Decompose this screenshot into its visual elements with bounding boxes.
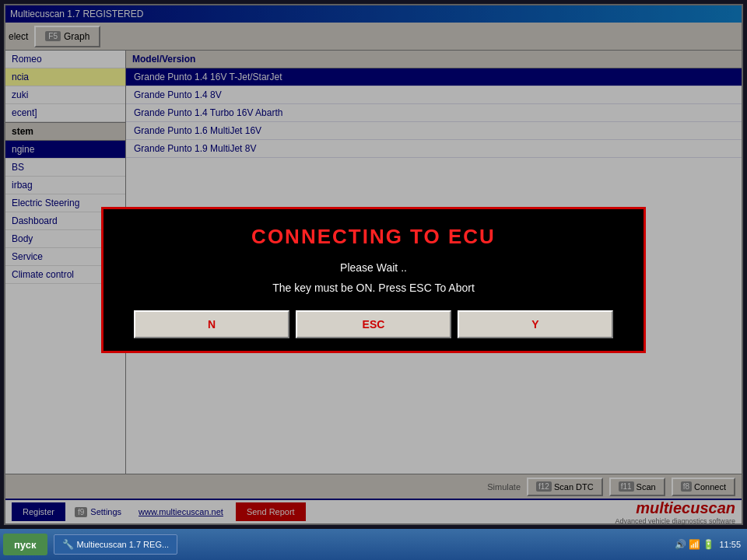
modal-title: CONNECTING TO ECU bbox=[127, 225, 620, 249]
modal-buttons: N ESC Y bbox=[127, 310, 620, 338]
modal-text: Please Wait .. The key must be ON. Press… bbox=[127, 258, 620, 297]
taskbar-item-icon: 🔧 bbox=[62, 539, 74, 550]
taskbar-items: 🔧 Multiecuscan 1.7 REG... bbox=[54, 534, 178, 555]
modal-overlay: CONNECTING TO ECU Please Wait .. The key… bbox=[0, 0, 747, 560]
start-button[interactable]: пуск bbox=[3, 534, 47, 555]
modal-btn-y[interactable]: Y bbox=[458, 310, 613, 338]
taskbar-item-app[interactable]: 🔧 Multiecuscan 1.7 REG... bbox=[54, 534, 178, 555]
modal-line2: The key must be ON. Press ESC To Abort bbox=[127, 278, 620, 298]
modal-btn-n[interactable]: N bbox=[134, 310, 289, 338]
modal-btn-esc[interactable]: ESC bbox=[296, 310, 451, 338]
system-tray-icons: 🔊 📶 🔋 bbox=[675, 539, 715, 550]
taskbar-time: 11:55 bbox=[719, 540, 741, 549]
taskbar: пуск 🔧 Multiecuscan 1.7 REG... 🔊 📶 🔋 11:… bbox=[0, 529, 747, 560]
taskbar-item-label: Multiecuscan 1.7 REG... bbox=[77, 540, 170, 549]
modal-line1: Please Wait .. bbox=[127, 258, 620, 278]
modal-box: CONNECTING TO ECU Please Wait .. The key… bbox=[101, 207, 646, 352]
taskbar-right: 🔊 📶 🔋 11:55 bbox=[675, 539, 747, 550]
